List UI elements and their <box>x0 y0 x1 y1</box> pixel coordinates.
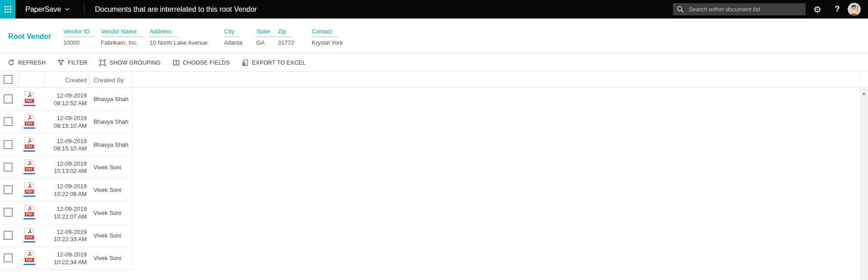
pdf-document-icon[interactable]: PDF <box>23 228 35 243</box>
pdf-page-icon: PDF <box>24 159 34 172</box>
table-row: PDF 12-09-2019 08:15:10 AM Bhavya Shah <box>0 111 132 133</box>
created-by-cell: Vivek Soni <box>94 156 121 178</box>
row-checkbox[interactable] <box>4 208 13 217</box>
link-underline <box>23 150 35 152</box>
root-vendor-title: Root Vendor <box>8 33 51 41</box>
row-checkbox[interactable] <box>4 117 13 126</box>
filter-label: FILTER <box>68 60 87 66</box>
choose-fields-button[interactable]: CHOOSE FIELDS <box>173 59 230 66</box>
choose-fields-label: CHOOSE FIELDS <box>183 60 230 66</box>
filter-button[interactable]: FILTER <box>57 59 87 66</box>
pdf-page-icon: PDF <box>24 114 34 126</box>
export-to-excel-label: EXPORT TO EXCEL <box>252 60 306 66</box>
created-by-cell: Vivek Soni <box>94 224 121 247</box>
row-checkbox[interactable] <box>4 253 13 262</box>
created-time: 10:13:02 AM <box>40 168 87 175</box>
vendor-fields: Vendor ID 10000 Vendor Name Fabrikam, In… <box>63 27 371 46</box>
vendor-field: Zip 31772 <box>278 27 312 46</box>
created-time: 10:22:33 AM <box>40 236 87 243</box>
row-checkbox[interactable] <box>4 231 13 240</box>
vendor-field-value: Atlanta <box>224 39 256 46</box>
vendor-field-value: GA <box>256 39 278 46</box>
chevron-down-icon <box>65 8 70 11</box>
acrobat-swirl-icon <box>27 138 33 144</box>
refresh-label: REFRESH <box>18 60 46 66</box>
refresh-icon <box>8 59 15 66</box>
pdf-badge-label: PDF <box>25 99 34 103</box>
created-by-cell: Bhavya Shah <box>94 111 128 133</box>
created-by-cell: Bhavya Shah <box>94 134 128 156</box>
pdf-document-icon[interactable]: PDF <box>23 114 35 129</box>
filter-icon <box>57 59 65 66</box>
row-checkbox[interactable] <box>4 163 13 172</box>
search-icon <box>676 5 684 13</box>
pdf-page-icon: PDF <box>24 182 34 194</box>
column-header-created-by[interactable]: Created By <box>94 72 124 88</box>
app-menu-button[interactable]: PaperSave <box>25 0 70 19</box>
acrobat-swirl-icon <box>27 251 33 257</box>
page-title: Documents that are interrelated to this … <box>95 0 257 19</box>
document-list: PDF 12-09-2019 08:12:52 AM Bhavya Shah P… <box>0 88 133 270</box>
created-cell: 12-09-2019 10:22:06 AM <box>40 183 87 198</box>
search-box <box>673 3 806 15</box>
select-all-checkbox[interactable] <box>4 75 13 84</box>
export-to-excel-button[interactable]: EXPORT TO EXCEL <box>242 59 306 66</box>
column-divider <box>859 72 860 87</box>
pdf-page-icon: PDF <box>24 91 34 103</box>
created-date: 12-09-2019 <box>40 251 87 259</box>
link-underline <box>23 241 35 243</box>
acrobat-swirl-icon <box>27 92 33 98</box>
created-time: 10:22:07 AM <box>40 213 87 221</box>
vendor-field-label: City <box>224 28 240 37</box>
settings-gear-icon[interactable]: ⚙ <box>811 0 824 19</box>
acrobat-swirl-icon <box>27 183 33 189</box>
created-by-cell: Bhavya Shah <box>94 88 128 110</box>
column-divider <box>132 72 133 87</box>
pdf-document-icon[interactable]: PDF <box>23 137 35 152</box>
show-grouping-button[interactable]: SHOW GROUPING <box>99 59 160 66</box>
topbar-divider <box>84 4 84 14</box>
pdf-document-icon[interactable]: PDF <box>23 182 35 197</box>
app-launcher-button[interactable] <box>0 0 15 19</box>
help-icon[interactable]: ? <box>832 0 843 19</box>
pdf-document-icon[interactable]: PDF <box>23 250 35 266</box>
created-time: 08:12:52 AM <box>40 100 87 107</box>
vendor-field-label: Contact <box>312 28 338 37</box>
link-underline <box>23 127 35 129</box>
user-avatar[interactable] <box>848 3 861 16</box>
link-underline <box>23 173 35 174</box>
pdf-page-icon: PDF <box>24 137 34 149</box>
created-cell: 12-09-2019 08:12:52 AM <box>40 92 87 107</box>
pdf-document-icon[interactable]: PDF <box>23 205 35 220</box>
top-bar: PaperSave Documents that are interrelate… <box>0 0 868 19</box>
created-time: 10:22:34 AM <box>40 259 87 266</box>
vendor-field: Contact Krystal York <box>312 27 371 46</box>
created-date: 12-09-2019 <box>40 92 87 100</box>
table-row: PDF 12-09-2019 10:22:33 AM Vivek Soni <box>0 224 132 247</box>
scroll-up-arrow-icon[interactable] <box>862 92 866 95</box>
vertical-scrollbar[interactable] <box>860 88 868 280</box>
created-date: 12-09-2019 <box>40 115 87 122</box>
pdf-page-icon: PDF <box>24 228 34 240</box>
column-divider <box>89 72 89 87</box>
table-row: PDF 12-09-2019 10:22:07 AM Vivek Soni <box>0 201 132 224</box>
app-name-label: PaperSave <box>25 5 61 14</box>
created-cell: 12-09-2019 10:13:02 AM <box>40 160 87 175</box>
pdf-badge-label: PDF <box>25 121 34 126</box>
created-date: 12-09-2019 <box>40 205 87 213</box>
row-checkbox[interactable] <box>4 185 13 194</box>
pdf-document-icon[interactable]: PDF <box>23 159 35 175</box>
search-input[interactable] <box>688 5 802 13</box>
refresh-button[interactable]: REFRESH <box>8 59 46 66</box>
root-vendor-panel: Root Vendor Vendor ID 10000 Vendor Name … <box>0 19 868 54</box>
row-checkbox[interactable] <box>4 140 13 149</box>
vendor-field: Vendor ID 10000 <box>63 27 101 46</box>
pdf-badge-label: PDF <box>25 145 34 149</box>
pdf-page-icon: PDF <box>24 250 34 262</box>
vendor-field-value: Krystal York <box>312 39 371 46</box>
acrobat-swirl-icon <box>27 229 33 234</box>
created-cell: 12-09-2019 10:22:34 AM <box>40 251 87 266</box>
column-header-created[interactable]: Created <box>44 72 87 88</box>
row-checkbox[interactable] <box>4 94 13 103</box>
pdf-document-icon[interactable]: PDF <box>23 91 35 107</box>
